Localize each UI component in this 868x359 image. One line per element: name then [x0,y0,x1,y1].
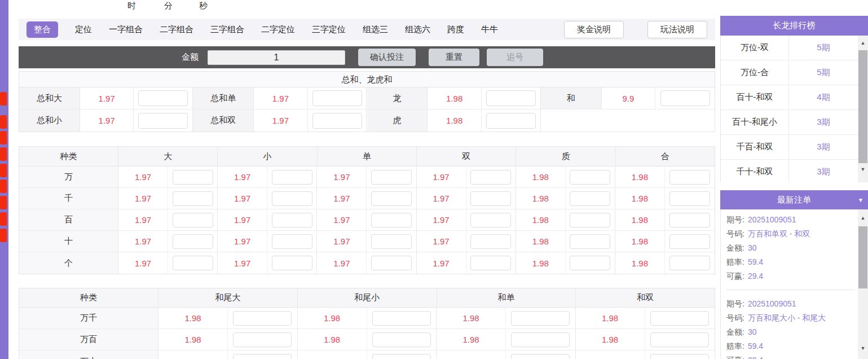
scroll-down-icon[interactable]: ▼ [858,164,868,174]
scrollbar-thumb[interactable] [858,50,867,163]
bet-amount-input[interactable] [511,311,570,326]
bet-amount-input[interactable] [272,213,312,227]
bet-amount-input[interactable] [372,332,431,347]
scrollbar-thumb[interactable] [858,226,867,288]
bet-amount-input[interactable] [511,354,570,359]
bet-amount-input[interactable] [372,354,431,359]
bet-amount-input[interactable] [272,191,312,206]
bet-amount-input[interactable] [173,170,213,185]
bet-amount-input[interactable] [486,90,536,106]
bet-amount-input[interactable] [372,311,431,326]
ranking-row[interactable]: 千十-和双 3期 [721,160,858,182]
bet-amount-input[interactable] [371,213,412,227]
reset-button[interactable]: 重置 [429,49,479,66]
ranking-row[interactable]: 万位-合 5期 [721,60,858,85]
bet-amount-input[interactable] [470,191,511,206]
ranking-scrollbar[interactable]: ▲ ▼ [858,36,868,182]
bet-amount-input[interactable] [173,256,213,270]
odds-value: 1.97 [317,167,367,187]
bet-amount-input[interactable] [650,332,709,347]
bet-amount-input[interactable] [272,170,312,185]
bets-scrollbar[interactable]: ▲ ▼ [858,209,868,359]
tab-yizi-zuhe[interactable]: 一字组合 [109,24,143,35]
ranking-row[interactable]: 万位-双 5期 [721,36,858,60]
pair-odds-table: 种类 和尾大 和尾小 和单 和双 万千 1.98 1.98 1.98 1.98 … [19,288,715,359]
bet-amount-input[interactable] [173,234,213,249]
bet-amount-input[interactable] [470,234,511,249]
tab-zuxuan3[interactable]: 组选三 [363,24,388,35]
bet-amount-input[interactable] [570,234,610,249]
bet-amount-input[interactable] [312,113,362,129]
bet-type-label: 虎 [367,110,428,132]
bet-amount-input[interactable] [173,191,213,206]
bet-amount-input[interactable] [669,256,710,270]
ranking-row[interactable]: 百十-和尾小 3期 [721,110,858,135]
bet-amount-input[interactable] [486,113,536,129]
bet-amount-input[interactable] [138,113,188,129]
table-row: 总和大 1.97 总和单 1.97 龙 1.98 和 9.9 [19,87,715,110]
bet-amount-input[interactable] [272,256,312,270]
bet-amount-input[interactable] [669,191,710,206]
bet-amount-input[interactable] [312,90,362,106]
bet-amount-input[interactable] [570,191,610,206]
tab-sanzi-dingwei[interactable]: 三字定位 [312,24,346,35]
tab-niuniu[interactable]: 牛牛 [481,24,498,35]
bet-amount-input[interactable] [511,332,570,347]
bet-amount-input[interactable] [650,311,709,326]
amount-input[interactable] [208,50,345,65]
bet-amount-input[interactable] [669,234,710,249]
bet-amount-input[interactable] [470,256,511,270]
bet-amount-input[interactable] [470,213,511,227]
bet-amount-input[interactable] [470,170,511,185]
bet-amount-input[interactable] [272,234,312,249]
bet-amount-input[interactable] [570,170,610,185]
bet-amount-input[interactable] [371,191,412,206]
bet-amount-input[interactable] [570,256,610,270]
tab-sanzi-zuhe[interactable]: 三字组合 [210,24,244,35]
confirm-bet-button[interactable]: 确认投注 [358,49,416,66]
ranking-row[interactable]: 百十-和双 4期 [721,85,858,110]
scroll-up-icon[interactable]: ▲ [858,38,868,48]
table-row: 万百 1.98 1.98 1.98 1.98 [19,329,715,351]
tab-erzi-zuhe[interactable]: 二字组合 [160,24,193,35]
collapse-caret-icon[interactable]: ▼ [858,197,863,203]
bet-amount-input[interactable] [233,354,292,359]
row-label: 万百 [19,329,158,350]
bet-amount-input[interactable] [371,234,412,249]
odds-value: 1.98 [576,329,645,350]
scroll-down-icon[interactable]: ▼ [858,343,868,353]
table-row: 万千 1.98 1.98 1.98 1.98 [19,308,715,329]
red-marker [0,92,7,106]
bet-amount-input[interactable] [371,170,412,185]
table-row: 千 1.97 1.97 1.97 1.97 1.98 1.98 [19,188,715,209]
ranking-name: 千百-和双 [721,135,789,159]
bet-amount-input[interactable] [173,213,213,227]
play-info-button[interactable]: 玩法说明 [647,21,707,38]
odds-value: 1.97 [417,167,466,187]
tab-kuadu[interactable]: 跨度 [447,24,464,35]
chase-number-button[interactable]: 追号 [487,49,543,66]
tab-erzi-dingwei[interactable]: 二字定位 [261,24,295,35]
scroll-up-icon[interactable]: ▲ [858,213,868,223]
tab-dingwei[interactable]: 定位 [75,24,92,35]
bet-amount-input[interactable] [233,332,292,347]
ranking-row[interactable]: 千百-和双 3期 [721,135,858,160]
empty-cell [541,110,715,132]
bet-type-label: 总和大 [19,87,80,109]
column-header: 和单 [437,288,576,307]
odds-value: 1.97 [417,252,466,274]
tab-zhenghe[interactable]: 整合 [27,21,58,38]
bet-amount-input[interactable] [650,354,709,359]
bet-amount-input[interactable] [669,170,710,185]
dragon-ranking-header: 长龙排行榜 [720,16,868,36]
issue-label: 期号: [726,215,744,224]
bet-amount-input[interactable] [669,213,710,227]
bet-amount-input[interactable] [660,90,710,106]
bet-amount-input[interactable] [371,256,412,270]
prize-info-button[interactable]: 奖金说明 [564,21,624,38]
bet-amount-input[interactable] [570,213,610,227]
bet-amount-input[interactable] [138,90,188,106]
odds-value: 1.97 [417,209,466,230]
tab-zuxuan6[interactable]: 组选六 [405,24,430,35]
bet-amount-input[interactable] [233,311,292,326]
